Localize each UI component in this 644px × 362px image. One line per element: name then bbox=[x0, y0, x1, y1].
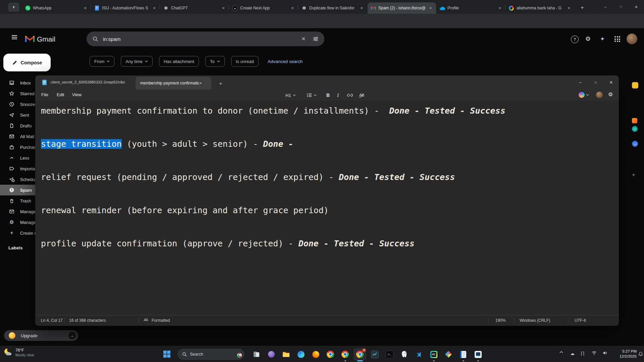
task-manager-icon[interactable] bbox=[368, 348, 381, 360]
notepad-minimize-icon[interactable]: – bbox=[573, 75, 588, 89]
gmail-profile-avatar[interactable] bbox=[627, 34, 637, 44]
browser-tab[interactable]: ✻ChatGPT✕ bbox=[160, 2, 229, 14]
menu-edit[interactable]: Edit bbox=[55, 92, 66, 98]
postgresql-icon[interactable] bbox=[398, 348, 411, 360]
volume-icon[interactable] bbox=[602, 351, 607, 355]
filter-chip-from[interactable]: From bbox=[90, 56, 114, 67]
notepad-close-icon[interactable]: ✕ bbox=[603, 75, 619, 89]
notepad-tab-active[interactable]: membership payment confirmation ● bbox=[136, 77, 211, 89]
window-close-icon[interactable]: ✕ bbox=[629, 0, 644, 14]
filter-chip-any-time[interactable]: Any time bbox=[121, 56, 153, 67]
tab-search-chevron-icon[interactable]: ▼ bbox=[8, 3, 19, 12]
filter-chip-has-attachment[interactable]: Has attachment bbox=[159, 56, 199, 67]
wifi-icon[interactable] bbox=[592, 351, 597, 355]
taskbar-search-box[interactable]: Search bbox=[178, 349, 244, 360]
notepad-maximize-icon[interactable]: □ bbox=[588, 75, 603, 89]
browser-tab[interactable]: Profile✕ bbox=[437, 2, 505, 14]
gemini-sparkle-icon[interactable]: ✦ bbox=[600, 36, 605, 43]
notepad-settings-icon[interactable]: ⚙ bbox=[608, 91, 613, 98]
browser-tab[interactable]: ✻Duplicate flow in Salesfor✕ bbox=[299, 2, 367, 14]
settings-gear-icon[interactable]: ⚙ bbox=[585, 35, 591, 43]
filter-chip-to[interactable]: To bbox=[205, 56, 225, 67]
notification-bell-icon[interactable] bbox=[638, 352, 643, 356]
clear-search-icon[interactable]: ✕ bbox=[301, 36, 306, 42]
cloud-icon[interactable]: ☁ bbox=[570, 351, 575, 356]
tab-close-icon[interactable]: ✕ bbox=[428, 6, 433, 10]
tab-close-icon[interactable]: ✕ bbox=[290, 6, 295, 10]
weather-widget[interactable]: 76°F Mostly clear bbox=[3, 348, 34, 357]
browser-tab[interactable]: ▲Create Next App✕ bbox=[229, 2, 298, 14]
gmail-search-input[interactable]: in:spam bbox=[103, 36, 121, 42]
compose-button[interactable]: Compose bbox=[3, 54, 51, 71]
start-button[interactable] bbox=[163, 351, 170, 358]
yellow-note-icon[interactable] bbox=[632, 82, 638, 88]
notepad-new-tab-icon[interactable]: + bbox=[216, 79, 225, 87]
notepad-tab-bar: client_secret_2_60053885332-2reqe52rribc… bbox=[35, 75, 619, 89]
vscode-icon[interactable] bbox=[413, 348, 425, 360]
line-ending[interactable]: Windows (CRLF) bbox=[520, 318, 550, 323]
advanced-search-link[interactable]: Advanced search bbox=[268, 59, 303, 64]
filter-chip-is-unread[interactable]: Is unread bbox=[231, 56, 259, 67]
copilot-button[interactable] bbox=[579, 92, 589, 98]
hamburger-menu-icon[interactable] bbox=[11, 35, 17, 40]
chrome-2-icon[interactable] bbox=[339, 348, 352, 360]
tab-close-icon[interactable]: ✕ bbox=[566, 6, 572, 10]
notepad-profile-avatar[interactable] bbox=[596, 92, 603, 98]
blue-profile-icon[interactable]: ☺ bbox=[632, 141, 638, 147]
browser-tab[interactable]: WhatsApp✕ bbox=[22, 2, 91, 14]
notepad-app-icon[interactable] bbox=[457, 348, 470, 360]
keyboard-icon[interactable]: ⌈⌉ bbox=[581, 351, 584, 356]
menu-file[interactable]: File bbox=[39, 92, 50, 98]
tray-chevron-icon[interactable] bbox=[559, 351, 563, 353]
menu-view[interactable]: View bbox=[70, 92, 84, 98]
tab-close-icon[interactable]: ✕ bbox=[359, 6, 364, 10]
browser-tab[interactable]: Spam (2) - ishann.tforce@✕ bbox=[368, 2, 436, 14]
edge-icon[interactable] bbox=[294, 348, 307, 360]
clear-format-icon[interactable]: Ab bbox=[359, 91, 364, 99]
upgrade-button[interactable]: Upgrade → bbox=[4, 330, 78, 341]
file-explorer-icon[interactable] bbox=[280, 348, 292, 360]
running-app-dot bbox=[433, 360, 435, 361]
search-icon[interactable] bbox=[93, 36, 98, 42]
purple-app-icon[interactable] bbox=[265, 348, 278, 360]
browser-tab[interactable]: allahumma barik laha - G✕ bbox=[506, 2, 574, 14]
gmail-search-bar[interactable]: in:spam ✕ bbox=[87, 32, 324, 46]
search-options-icon[interactable] bbox=[313, 37, 318, 41]
chrome-active-icon[interactable]: S bbox=[354, 348, 366, 360]
encoding[interactable]: UTF-8 bbox=[575, 318, 586, 323]
upgrade-arrow-icon[interactable]: → bbox=[68, 332, 76, 339]
teal-check-icon[interactable]: ✓ bbox=[632, 126, 638, 132]
italic-icon[interactable]: I bbox=[337, 91, 339, 99]
window-maximize-icon[interactable]: □ bbox=[613, 0, 629, 14]
tab-close-icon[interactable]: ✕ bbox=[152, 6, 157, 10]
salesforce-favicon bbox=[439, 6, 445, 10]
link-icon[interactable] bbox=[347, 91, 353, 99]
orange-bookmark-icon[interactable] bbox=[632, 118, 637, 123]
heading-style-button[interactable]: H1 bbox=[285, 91, 296, 99]
help-icon[interactable]: ? bbox=[571, 36, 579, 43]
taskbar-clock[interactable]: 5:27 PM 12/2/2025 bbox=[613, 349, 637, 359]
apps-grid-icon[interactable] bbox=[614, 36, 620, 42]
chrome-1-icon[interactable] bbox=[324, 348, 337, 360]
tab-close-icon[interactable]: ✕ bbox=[221, 6, 226, 10]
firefox-icon[interactable] bbox=[309, 348, 322, 360]
bold-icon[interactable]: B bbox=[326, 91, 330, 99]
add-icon[interactable]: + bbox=[632, 172, 635, 178]
list-format-button[interactable] bbox=[307, 91, 317, 99]
notepad-editor[interactable]: membership payment confirmation to donor… bbox=[35, 101, 619, 315]
notepad-tab-inactive[interactable]: client_secret_2_60053885332-2reqe52rribc bbox=[51, 80, 133, 84]
tab-close-icon[interactable]: ✕ bbox=[83, 6, 88, 10]
pycharm-icon[interactable]: PC bbox=[427, 348, 440, 360]
tab-close-icon[interactable]: ✕ bbox=[497, 6, 502, 10]
phone-link-icon[interactable] bbox=[250, 348, 263, 360]
new-tab-button[interactable]: + bbox=[578, 3, 587, 12]
browser-tab[interactable]: ISIJ - Automation/Flows S✕ bbox=[91, 2, 160, 14]
window-minimize-icon[interactable]: – bbox=[598, 0, 613, 14]
terminal-icon[interactable]: >_ bbox=[383, 348, 396, 360]
zoom-level[interactable]: 190% bbox=[495, 318, 506, 323]
search-highlights-icon[interactable] bbox=[234, 350, 243, 359]
database-gui-icon[interactable] bbox=[472, 348, 484, 360]
chevron-down-icon bbox=[107, 60, 110, 62]
notepad-status-bar: Ln 4, Col 17 16 of 368 characters 𝐴A For… bbox=[35, 315, 619, 326]
pinwheel-icon[interactable] bbox=[442, 348, 455, 360]
